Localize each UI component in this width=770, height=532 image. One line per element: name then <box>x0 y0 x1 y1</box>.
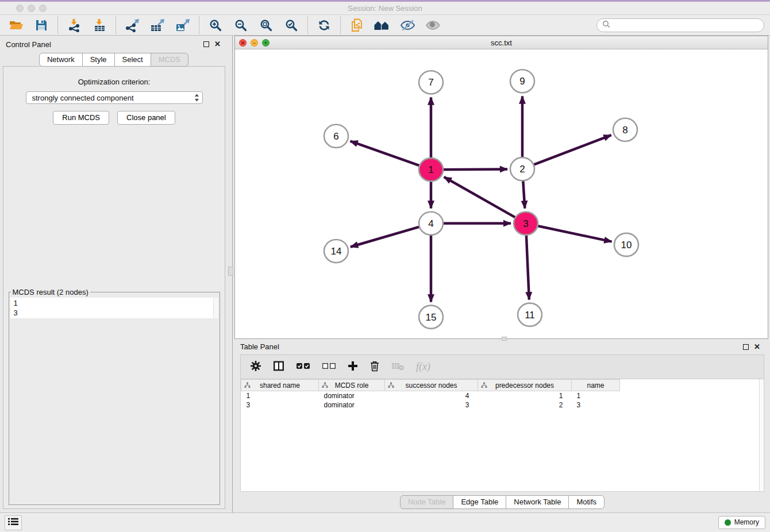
graph-node-10[interactable]: 10 <box>614 233 638 256</box>
maximize-window-icon[interactable] <box>39 5 47 12</box>
graph-edge-3-1[interactable] <box>444 177 522 221</box>
graph-edge-1-2[interactable] <box>436 169 507 169</box>
close-panel-button[interactable]: Close panel <box>117 111 175 125</box>
show-all-icon[interactable] <box>424 17 442 34</box>
network-canvas: 7968124314101511 <box>235 49 768 338</box>
column-header-mcds-role[interactable]: MCDS role <box>319 380 385 391</box>
svg-text:1: 1 <box>428 164 433 175</box>
column-header-shared-name[interactable]: shared name <box>241 380 319 391</box>
table-scrollbar[interactable] <box>759 379 764 491</box>
import-table-icon[interactable] <box>90 17 109 34</box>
table-row[interactable]: 1dominator411 <box>241 391 764 400</box>
table-row[interactable]: 3dominator323 <box>241 400 764 410</box>
task-history-button[interactable] <box>5 515 22 530</box>
graph-node-8[interactable]: 8 <box>613 118 637 141</box>
network-close-icon[interactable]: ✕ <box>239 39 247 47</box>
delete-column-icon[interactable] <box>369 360 380 374</box>
search-field[interactable] <box>596 18 764 32</box>
result-scrollbar[interactable] <box>213 298 218 318</box>
optimization-criterion-select[interactable]: strongly connected component <box>26 91 203 104</box>
delete-table-icon[interactable] <box>391 361 405 373</box>
open-session-icon[interactable] <box>7 17 25 34</box>
graph-node-3[interactable]: 3 <box>514 212 538 235</box>
graph-node-15[interactable]: 15 <box>419 306 443 329</box>
table-cell[interactable]: 3 <box>385 400 478 410</box>
horizontal-divider-grip[interactable] <box>502 337 507 341</box>
tab-style[interactable]: Style <box>82 53 115 67</box>
columns-icon[interactable] <box>273 360 284 374</box>
network-minimize-icon[interactable]: − <box>251 39 258 47</box>
memory-button[interactable]: Memory <box>718 516 765 529</box>
graph-node-2[interactable]: 2 <box>510 157 534 180</box>
network-maximize-icon[interactable]: + <box>262 39 270 47</box>
graph-edge-3-10[interactable] <box>530 224 612 241</box>
search-input[interactable] <box>613 21 759 29</box>
svg-text:14: 14 <box>331 246 342 257</box>
export-table-icon[interactable] <box>148 17 167 34</box>
table-cell[interactable]: 2 <box>478 400 572 410</box>
table-cell[interactable]: 1 <box>241 391 319 400</box>
tab-motifs[interactable]: Motifs <box>568 495 605 509</box>
table-cell[interactable]: dominator <box>319 400 385 410</box>
tab-select[interactable]: Select <box>114 53 151 67</box>
graph-edge-2-8[interactable] <box>526 135 611 167</box>
deselect-all-icon[interactable] <box>322 362 336 372</box>
gear-icon[interactable] <box>250 360 261 374</box>
table-cell[interactable]: 3 <box>572 400 620 410</box>
save-session-icon[interactable] <box>32 17 51 34</box>
select-all-icon[interactable] <box>296 362 310 372</box>
apply-layout-icon[interactable] <box>315 17 333 34</box>
table-cell[interactable]: 1 <box>572 391 620 400</box>
table-cell[interactable]: 1 <box>478 391 572 400</box>
window-title: Session: New Session <box>348 4 422 13</box>
zoom-fit-icon[interactable] <box>257 17 275 34</box>
graph-edge-4-14[interactable] <box>351 225 426 247</box>
zoom-in-icon[interactable] <box>206 17 225 34</box>
close-panel-icon[interactable]: ✕ <box>214 41 221 47</box>
zoom-selected-icon[interactable] <box>282 17 301 34</box>
float-table-panel-icon[interactable] <box>743 344 749 350</box>
tab-node-table[interactable]: Node Table <box>400 495 454 509</box>
graph-edge-1-6[interactable] <box>351 141 427 168</box>
table-cell[interactable]: 4 <box>385 391 478 400</box>
tab-edge-table[interactable]: Edge Table <box>453 495 506 509</box>
control-panel: Control Panel ✕ Network Style Select MCD… <box>0 36 228 512</box>
duplicate-network-icon[interactable] <box>348 17 366 34</box>
tab-network[interactable]: Network <box>39 53 83 67</box>
float-panel-icon[interactable] <box>203 41 209 47</box>
panel-divider[interactable] <box>228 36 234 512</box>
main-area: Control Panel ✕ Network Style Select MCD… <box>0 36 770 512</box>
divider-grip[interactable] <box>228 267 233 276</box>
close-table-panel-icon[interactable]: ✕ <box>754 344 760 350</box>
graph-node-14[interactable]: 14 <box>324 240 348 263</box>
tab-network-table[interactable]: Network Table <box>506 495 569 509</box>
tab-mcds[interactable]: MCDS <box>151 53 188 67</box>
graph-node-11[interactable]: 11 <box>518 303 542 326</box>
graph-node-1[interactable]: 1 <box>419 158 443 181</box>
graph-edge-3-11[interactable] <box>526 228 529 300</box>
graph-node-7[interactable]: 7 <box>419 71 443 94</box>
mcds-panel: Optimization criterion: strongly connect… <box>3 66 225 509</box>
column-header-name[interactable]: name <box>572 380 620 391</box>
table-cell[interactable]: 3 <box>241 400 319 410</box>
network-view-window: ✕ − + scc.txt 7968124314101511 <box>234 36 768 339</box>
table-cell[interactable]: dominator <box>319 391 385 400</box>
zoom-out-icon[interactable] <box>232 17 250 34</box>
export-image-icon[interactable] <box>174 17 192 34</box>
add-column-icon[interactable] <box>348 361 358 373</box>
function-builder-icon[interactable]: f(x) <box>416 361 430 373</box>
first-neighbors-icon[interactable] <box>373 17 391 34</box>
import-network-icon[interactable] <box>65 17 83 34</box>
graph-node-6[interactable]: 6 <box>324 125 348 148</box>
export-network-icon[interactable] <box>123 17 141 34</box>
mcds-result-text[interactable]: 1 3 <box>10 298 213 318</box>
graph-node-9[interactable]: 9 <box>510 70 534 92</box>
graph-node-4[interactable]: 4 <box>419 212 443 235</box>
run-mcds-button[interactable]: Run MCDS <box>53 111 109 125</box>
minimize-window-icon[interactable] <box>28 5 35 12</box>
network-graph[interactable]: 7968124314101511 <box>235 49 768 338</box>
hide-selected-icon[interactable] <box>398 17 417 34</box>
column-header-successor-nodes[interactable]: successor nodes <box>385 380 478 391</box>
column-header-predecessor-nodes[interactable]: predecessor nodes <box>478 380 572 391</box>
close-window-icon[interactable] <box>16 5 24 12</box>
